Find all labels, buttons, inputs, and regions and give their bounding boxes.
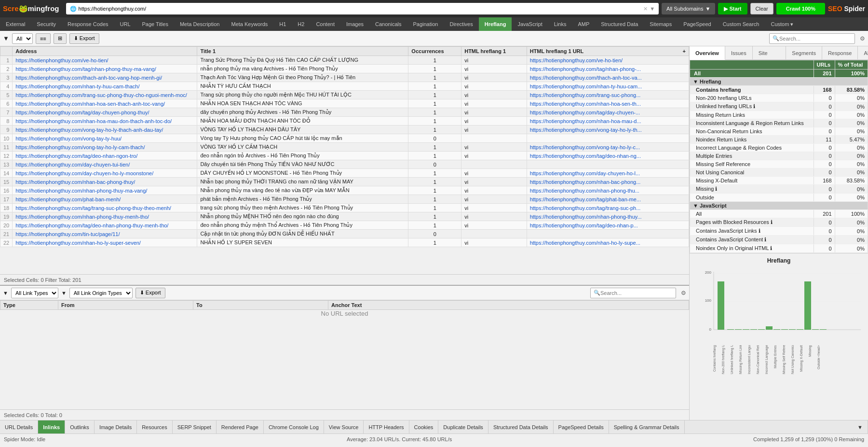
- row-address[interactable]: https://hotienphongthuy.com/nhan-hoa-sen…: [13, 99, 197, 108]
- overview-all-row[interactable]: All201100%: [690, 70, 868, 78]
- bottom-tab-structured-data-details[interactable]: Structured Data Details: [488, 420, 554, 434]
- bottom-tab-rendered-page[interactable]: Rendered Page: [217, 420, 264, 434]
- bottom-tab-resources[interactable]: Resources: [137, 420, 173, 434]
- bottom-tab-view-source[interactable]: View Source: [324, 420, 364, 434]
- overview-row[interactable]: Noindex Return Links115.47%: [690, 136, 868, 144]
- row-address[interactable]: https://hotienphongthuy.com/nhan-ho-ly-s…: [13, 238, 197, 247]
- start-btn[interactable]: ▶ Start: [718, 3, 747, 14]
- navtab-images[interactable]: Images: [340, 17, 369, 31]
- overview-row[interactable]: Inconsistent Language & Region Return Li…: [690, 119, 868, 127]
- right-tab-api[interactable]: API: [858, 46, 868, 60]
- row-address[interactable]: https://hotienphongthuy.com/day-chuyen-h…: [13, 169, 197, 178]
- tree-view-btn[interactable]: ⊞: [54, 33, 67, 44]
- filter-select[interactable]: All: [12, 33, 33, 44]
- url-arrow[interactable]: ▼: [650, 6, 655, 12]
- navtab-directives[interactable]: Directives: [444, 17, 478, 31]
- overview-row[interactable]: Noindex Only in Original HTML ℹ00%: [690, 244, 868, 253]
- overview-row[interactable]: Missing ℹ00%: [690, 185, 868, 194]
- bottom-tab-image-details[interactable]: Image Details: [95, 420, 137, 434]
- lower-search-input[interactable]: [600, 290, 673, 296]
- table-row[interactable]: 6 https://hotienphongthuy.com/nhan-hoa-s…: [0, 99, 689, 108]
- navtab-security[interactable]: Security: [31, 17, 62, 31]
- navtab-meta-keywords[interactable]: Meta Keywords: [225, 17, 273, 31]
- navtab-h2[interactable]: H2: [292, 17, 310, 31]
- row-address[interactable]: https://hotienphongthuy.com/tag/deo-nhan…: [13, 152, 197, 160]
- table-row[interactable]: 18 https://hotienphongthuy.com/tag/trang…: [0, 204, 689, 212]
- table-row[interactable]: 9 https://hotienphongthuy.com/vong-tay-h…: [0, 126, 689, 134]
- overview-row[interactable]: Contains hreflang16883.58%: [690, 86, 868, 94]
- bottom-tab-serp-snippet[interactable]: SERP Snippet: [173, 420, 217, 434]
- bottom-tab-inlinks[interactable]: Inlinks: [38, 420, 65, 434]
- row-address[interactable]: https://hotienphongthuy.com/phat-ban-men…: [13, 195, 197, 204]
- row-address[interactable]: https://hotienphongthuy.com/nhan-phong-t…: [13, 186, 197, 195]
- navtab-javascript[interactable]: JavaScript: [512, 17, 548, 31]
- table-row[interactable]: 3 https://hotienphongthuy.com/thach-anh-…: [0, 73, 689, 82]
- navtab-sitemaps[interactable]: Sitemaps: [644, 17, 678, 31]
- export-btn[interactable]: ⬇ Export: [69, 33, 99, 44]
- navtab-pagespeed[interactable]: PageSpeed: [678, 17, 717, 31]
- navtab-amp[interactable]: AMP: [572, 17, 595, 31]
- navtab-url[interactable]: URL: [114, 17, 136, 31]
- upper-table[interactable]: Address Title 1 Occurrences HTML hreflan…: [0, 46, 689, 274]
- url-input[interactable]: [79, 6, 642, 12]
- navtab-page-titles[interactable]: Page Titles: [136, 17, 174, 31]
- overview-row[interactable]: Contains JavaScript Content ℹ00%: [690, 236, 868, 244]
- right-tab-issues[interactable]: Issues: [725, 46, 753, 60]
- table-row[interactable]: 13 https://hotienphongthuy.com/day-chuye…: [0, 160, 689, 169]
- row-address[interactable]: https://hotienphongthuy.com/tag/trang-su…: [13, 204, 197, 212]
- table-row[interactable]: 11 https://hotienphongthuy.com/vong-tay-…: [0, 143, 689, 152]
- overview-row[interactable]: Not Using Canonical00%: [690, 168, 868, 177]
- row-address[interactable]: https://hotienphongthuy.com/tag/deo-nhan…: [13, 221, 197, 230]
- col-type[interactable]: Type: [0, 301, 58, 310]
- row-address[interactable]: https://hotienphongthuy.com/vong-tay-ty-…: [13, 134, 197, 143]
- col-hreflang-url[interactable]: HTML hreflang 1 URL +: [527, 47, 689, 56]
- clear-btn[interactable]: Clear: [750, 3, 773, 14]
- overview-row[interactable]: Pages with Blocked Resources ℹ00%: [690, 218, 868, 227]
- overview-row[interactable]: Missing Return Links00%: [690, 111, 868, 119]
- overview-row[interactable]: Non-Canonical Return Links00%: [690, 127, 868, 136]
- navtab-external[interactable]: External: [0, 17, 31, 31]
- right-tab-overview[interactable]: Overview: [690, 46, 725, 60]
- row-address[interactable]: https://hotienphongthuy.com/tin-tuc/page…: [13, 230, 197, 238]
- link-origin-select[interactable]: All Link Origin Types: [69, 288, 133, 298]
- table-row[interactable]: 14 https://hotienphongthuy.com/day-chuye…: [0, 169, 689, 178]
- search-input[interactable]: [779, 36, 852, 42]
- navtab-pagination[interactable]: Pagination: [407, 17, 444, 31]
- overview-row[interactable]: Missing X-Default16883.58%: [690, 177, 868, 185]
- bottom-tab-http-headers[interactable]: HTTP Headers: [364, 420, 409, 434]
- link-types-select[interactable]: All Link Types: [11, 288, 58, 298]
- table-row[interactable]: 2 https://hotienphongthuy.com/tag/nhan-p…: [0, 65, 689, 73]
- row-address[interactable]: https://hotienphongthuy.com/trang-suc-ph…: [13, 91, 197, 99]
- row-address[interactable]: https://hotienphongthuy.com/day-chuyen-t…: [13, 160, 197, 169]
- table-row[interactable]: 15 https://hotienphongthuy.com/nhan-bac-…: [0, 178, 689, 186]
- bottom-tab-chrome-console-log[interactable]: Chrome Console Log: [264, 420, 324, 434]
- navtab-canonicals[interactable]: Canonicals: [369, 17, 407, 31]
- col-hreflang[interactable]: HTML hreflang 1: [461, 47, 527, 56]
- overview-row[interactable]: All201100%: [690, 210, 868, 218]
- table-row[interactable]: 5 https://hotienphongthuy.com/trang-suc-…: [0, 91, 689, 99]
- table-row[interactable]: 22 https://hotienphongthuy.com/nhan-ho-l…: [0, 238, 689, 247]
- navtab-structured-data[interactable]: Structured Data: [595, 17, 644, 31]
- navtab-response-codes[interactable]: Response Codes: [62, 17, 114, 31]
- navtab-custom-search[interactable]: Custom Search: [717, 17, 765, 31]
- navtab-content[interactable]: Content: [310, 17, 340, 31]
- row-address[interactable]: https://hotienphongthuy.com/ve-ho-tien/: [13, 56, 197, 65]
- table-row[interactable]: 16 https://hotienphongthuy.com/nhan-phon…: [0, 186, 689, 195]
- url-close[interactable]: ✕: [643, 6, 648, 12]
- overview-row[interactable]: Missing Self Reference00%: [690, 160, 868, 168]
- bottom-tab-pagespeed-details[interactable]: PageSpeed Details: [554, 420, 609, 434]
- col-to[interactable]: To: [193, 301, 328, 310]
- overview-row[interactable]: Outside 00%: [690, 194, 868, 202]
- row-address[interactable]: https://hotienphongthuy.com/vong-tay-ho-…: [13, 126, 197, 134]
- bottom-tab-cookies[interactable]: Cookies: [409, 420, 439, 434]
- bottom-tab-url-details[interactable]: URL Details: [0, 420, 38, 434]
- table-row[interactable]: 1 https://hotienphongthuy.com/ve-ho-tien…: [0, 56, 689, 65]
- right-tab-site-structure[interactable]: Site Structure: [753, 46, 787, 60]
- table-row[interactable]: 4 https://hotienphongthuy.com/nhan-ty-hu…: [0, 82, 689, 91]
- col-occurrences[interactable]: Occurrences: [408, 47, 461, 56]
- row-address[interactable]: https://hotienphongthuy.com/nhan-bac-pho…: [13, 178, 197, 186]
- overview-row[interactable]: Unlinked hreflang URLs ℹ00%: [690, 102, 868, 111]
- overview-row[interactable]: Incorrect Language & Region Codes00%: [690, 144, 868, 152]
- table-row[interactable]: 17 https://hotienphongthuy.com/phat-ban-…: [0, 195, 689, 204]
- table-row[interactable]: 10 https://hotienphongthuy.com/vong-tay-…: [0, 134, 689, 143]
